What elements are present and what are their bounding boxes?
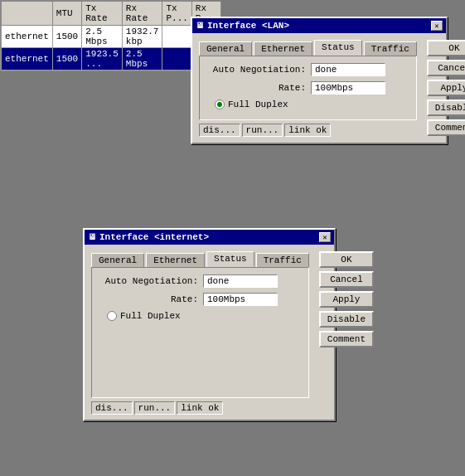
dialog-icon: 🖥 — [196, 21, 204, 31]
cell-txrate: 2.5 Mbps — [82, 26, 123, 48]
full-duplex-radio[interactable] — [107, 311, 117, 321]
lan-button-col: OK Cancel Apply Disable Comment — [424, 36, 465, 139]
cell-name: ethernet — [2, 26, 53, 48]
lan-status-bar: dis... run... link ok — [196, 122, 420, 138]
internet-tabs: General Ethernet Status Traffic — [88, 248, 312, 267]
lan-ok-button[interactable]: OK — [427, 40, 465, 56]
radio-dot — [217, 102, 222, 107]
lan-apply-button[interactable]: Apply — [427, 80, 465, 96]
col-rxrate[interactable]: Rx Rate — [122, 2, 162, 26]
rate-row: Rate: 100Mbps — [206, 81, 409, 95]
radio-dot — [109, 313, 114, 318]
interface-list: MTU Tx Rate Rx Rate Tx P... Rx P... ethe… — [0, 0, 199, 71]
full-duplex-row[interactable]: Full Duplex — [99, 311, 302, 321]
rate-value: 100Mbps — [311, 81, 385, 95]
auto-negotiation-label: Auto Negotiation: — [206, 65, 306, 75]
internet-titlebar[interactable]: 🖥 Interface <internet> ✕ — [85, 230, 334, 245]
internet-main: General Ethernet Status Traffic Auto Neg… — [88, 248, 312, 416]
full-duplex-radio[interactable] — [215, 100, 225, 109]
cell-txp — [162, 26, 191, 48]
internet-disable-button[interactable]: Disable — [319, 311, 374, 328]
dialog-icon: 🖥 — [88, 232, 96, 242]
internet-status-bar: dis... run... link ok — [88, 400, 312, 416]
lan-title: Interface <LAN> — [207, 21, 431, 31]
internet-status-link: link ok — [177, 401, 223, 415]
auto-negotiation-row: Auto Negotiation: done — [99, 274, 302, 288]
lan-dialog: 🖥 Interface <LAN> ✕ General Ethernet Sta… — [191, 17, 448, 144]
auto-negotiation-value: done — [203, 274, 278, 288]
tab-status[interactable]: Status — [314, 40, 362, 56]
lan-main: General Ethernet Status Traffic Auto Neg… — [196, 36, 420, 139]
col-txrate[interactable]: Tx Rate — [82, 2, 123, 26]
tab-ethernet[interactable]: Ethernet — [254, 41, 312, 56]
internet-status-run: run... — [134, 401, 176, 415]
internet-body: General Ethernet Status Traffic Auto Neg… — [85, 245, 334, 420]
internet-tab-content: Auto Negotiation: done Rate: 100Mbps Ful… — [91, 267, 309, 398]
col-mtu[interactable]: MTU — [52, 2, 81, 26]
rate-label: Rate: — [99, 294, 198, 304]
lan-titlebar[interactable]: 🖥 Interface <LAN> ✕ — [192, 18, 446, 33]
rate-row: Rate: 100Mbps — [99, 293, 302, 306]
lan-body: General Ethernet Status Traffic Auto Neg… — [192, 33, 446, 143]
rate-value: 100Mbps — [203, 293, 278, 306]
cell-txp — [162, 48, 191, 70]
tab-general[interactable]: General — [91, 253, 144, 267]
cell-rxrate: 1932.7 kbp — [122, 26, 162, 48]
internet-close-button[interactable]: ✕ — [319, 232, 331, 242]
lan-disable-button[interactable]: Disable — [427, 100, 465, 116]
internet-comment-button[interactable]: Comment — [319, 331, 374, 347]
full-duplex-row[interactable]: Full Duplex — [206, 100, 409, 109]
lan-comment-button[interactable]: Comment — [427, 119, 465, 136]
lan-status-link: link ok — [284, 124, 331, 137]
table-row[interactable]: ethernet 1500 2.5 Mbps 1932.7 kbp — [2, 26, 221, 48]
cell-txrate: 1923.5 ... — [82, 48, 123, 70]
cell-mtu: 1500 — [52, 48, 81, 70]
auto-negotiation-label: Auto Negotiation: — [99, 276, 198, 286]
cell-mtu: 1500 — [52, 26, 81, 48]
tab-status[interactable]: Status — [206, 251, 254, 267]
tab-ethernet[interactable]: Ethernet — [146, 253, 205, 267]
full-duplex-label: Full Duplex — [120, 311, 181, 321]
lan-tabs: General Ethernet Status Traffic — [196, 36, 420, 56]
lan-cancel-button[interactable]: Cancel — [427, 60, 465, 76]
content-spacer — [99, 324, 302, 391]
internet-cancel-button[interactable]: Cancel — [319, 271, 374, 288]
col-txp[interactable]: Tx P... — [162, 2, 191, 26]
lan-status-run: run... — [242, 124, 283, 137]
lan-tab-content: Auto Negotiation: done Rate: 100Mbps Ful… — [199, 56, 417, 120]
internet-title: Interface <internet> — [99, 232, 319, 242]
full-duplex-label: Full Duplex — [228, 100, 288, 109]
internet-ok-button[interactable]: OK — [319, 251, 374, 268]
tab-traffic[interactable]: Traffic — [364, 41, 417, 56]
rate-label: Rate: — [206, 83, 306, 93]
table-row[interactable]: ethernet 1500 1923.5 ... 2.5 Mbps — [2, 48, 221, 70]
internet-button-col: OK Cancel Apply Disable Comment — [316, 248, 377, 416]
internet-status-dis: dis... — [91, 401, 133, 415]
lan-status-dis: dis... — [199, 124, 240, 137]
internet-apply-button[interactable]: Apply — [319, 291, 374, 308]
auto-negotiation-value: done — [311, 63, 385, 76]
tab-traffic[interactable]: Traffic — [256, 253, 309, 267]
auto-negotiation-row: Auto Negotiation: done — [206, 63, 409, 76]
col-name[interactable] — [2, 2, 53, 26]
cell-name: ethernet — [2, 48, 53, 70]
cell-rxrate: 2.5 Mbps — [122, 48, 162, 70]
internet-dialog: 🖥 Interface <internet> ✕ General Etherne… — [83, 228, 336, 421]
lan-close-button[interactable]: ✕ — [431, 21, 443, 31]
tab-general[interactable]: General — [199, 41, 252, 56]
